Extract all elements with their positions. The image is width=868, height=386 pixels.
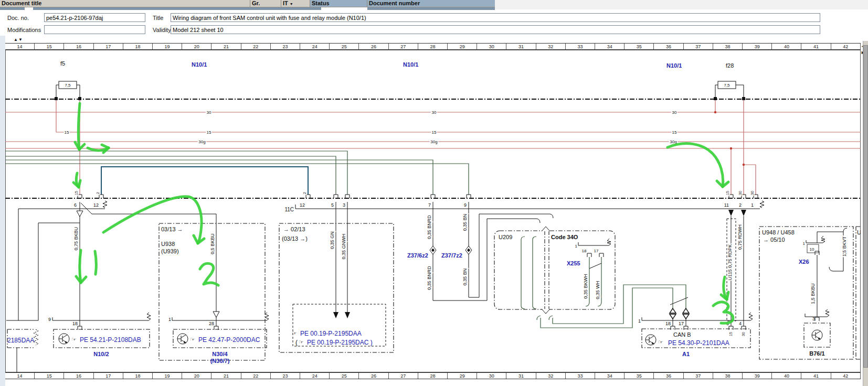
- node-b76-1: B76/1: [809, 350, 824, 357]
- svg-text:Code 34O: Code 34O: [551, 234, 578, 240]
- svg-text:30g: 30g: [430, 140, 437, 144]
- ruler-cell: 40: [772, 44, 801, 49]
- component-n10-2: 9 18 ☞ PE 54.21-P-2108DAB N10/2: [48, 313, 151, 357]
- wire-label-gn: 0,35 GN: [330, 231, 335, 249]
- ref-2185daa: 2185DAA: [7, 337, 34, 344]
- ruler-cell: 14: [5, 44, 35, 49]
- svg-text:3: 3: [812, 316, 815, 321]
- ruler-cell: 32: [536, 373, 566, 379]
- annotation-digit-1: [95, 251, 96, 274]
- svg-text:U209: U209: [499, 234, 512, 240]
- fuse-f28: 7,5 f28: [714, 62, 745, 100]
- ruler-cell: 23: [271, 44, 300, 49]
- svg-text:0,35 BN: 0,35 BN: [462, 269, 468, 286]
- ruler-cell: 42: [831, 44, 861, 49]
- col-it[interactable]: IT ▼: [281, 0, 310, 7]
- svg-text:28: 28: [209, 321, 214, 326]
- document-form: Doc. no. Title Modifications Validity: [0, 10, 868, 36]
- svg-text:0,35 BKWH: 0,35 BKWH: [583, 274, 588, 298]
- u115-wires: U115 0,75 RDPK 0,75 RDWH: [727, 210, 746, 326]
- col-gr[interactable]: Gr.: [250, 0, 281, 7]
- ruler-cell: 22: [241, 44, 271, 49]
- svg-text:11: 11: [724, 202, 729, 208]
- svg-text:15: 15: [729, 332, 733, 336]
- vertical-scrollbar[interactable]: [863, 41, 868, 386]
- svg-text:30: 30: [672, 110, 677, 115]
- ruler-cell: 17: [94, 373, 123, 379]
- component-u948: U948 / U458 → 05/10 1 10 X26 1,5 BKVT 1,…: [759, 227, 853, 359]
- ruler-cell: 26: [359, 373, 388, 379]
- title-input[interactable]: [171, 13, 820, 22]
- can-b-connector: 1 18 17 6 4 15 30 ☞ CAN B PE 54.30-P-210…: [638, 313, 753, 357]
- svg-text:U938: U938: [161, 241, 175, 247]
- svg-text:30: 30: [750, 191, 754, 195]
- ruler-cell: 15: [35, 44, 64, 49]
- ruler-cell: 21: [211, 44, 241, 49]
- svg-text:4: 4: [739, 321, 742, 326]
- chevron-down-icon: ▼: [290, 2, 293, 6]
- svg-text:30: 30: [207, 110, 211, 115]
- svg-text:12: 12: [93, 202, 99, 208]
- modifications-label: Modifications: [7, 27, 41, 33]
- wire-label-bkbu15: 1,5 BKBU: [810, 283, 816, 304]
- module-n10-1-label: N10/1: [666, 62, 682, 69]
- module-n10-1-label: N10/1: [403, 61, 418, 68]
- node-n10-2: N10/2: [93, 351, 109, 357]
- svg-text:5: 5: [331, 202, 334, 208]
- vertical-scrollbar-thumb[interactable]: [863, 45, 868, 368]
- connector-icon: [177, 334, 188, 344]
- wire-label-bkvt: 1,5 BKVT: [842, 236, 847, 256]
- svg-text:15: 15: [726, 191, 729, 195]
- connector-icon: [645, 335, 656, 345]
- doc-no-input[interactable]: [44, 13, 145, 22]
- annotations: [73, 103, 733, 323]
- col-document-number[interactable]: Document number: [367, 0, 495, 7]
- z37-wires: 0,35 BNRD 0,35 BNRD 0,35 BN 0,35 BN Z37/…: [407, 202, 553, 301]
- component-partial-right: U: [856, 227, 861, 359]
- bus-labels: 30 30 30 15 15 15 15 30g 30g 30g: [65, 110, 677, 144]
- fuse-f5-label: f5: [60, 60, 65, 67]
- wiring-diagram-viewer: Document title Gr. IT ▼ Status Document …: [0, 0, 868, 386]
- annotation-digit-2: [200, 263, 218, 285]
- svg-text:15: 15: [672, 130, 677, 135]
- svg-text:2: 2: [739, 202, 742, 208]
- svg-text:1: 1: [803, 241, 806, 246]
- col-document-title[interactable]: Document title: [0, 0, 250, 7]
- hand-icon: ☞: [658, 339, 663, 345]
- ruler-cell: 37: [684, 44, 713, 49]
- svg-text:30: 30: [738, 191, 742, 195]
- svg-text:0,35 WH: 0,35 WH: [595, 281, 600, 299]
- ruler-cell: 19: [153, 373, 182, 379]
- svg-text:1: 1: [168, 317, 171, 322]
- ruler-cell: 28: [418, 44, 448, 49]
- svg-text:18: 18: [665, 321, 671, 326]
- ruler-cell: 39: [743, 44, 772, 49]
- ruler-cell: 23: [271, 373, 300, 379]
- sheet-up-down-buttons[interactable]: ▲▼: [14, 37, 23, 42]
- svg-text:0,35 BNRD: 0,35 BNRD: [427, 215, 432, 239]
- ruler-cell: 40: [772, 373, 801, 379]
- ruler-cell: 24: [300, 373, 330, 379]
- svg-text:30g: 30g: [198, 140, 205, 144]
- svg-text:15: 15: [75, 191, 78, 195]
- window-left-edge: [0, 36, 5, 386]
- ruler-cell: 29: [448, 44, 477, 49]
- svg-text:2: 2: [303, 192, 306, 194]
- hand-icon: ☞: [299, 339, 304, 345]
- validity-input[interactable]: [171, 25, 820, 34]
- ruler-cell: 34: [595, 373, 624, 379]
- ref-2108dab: PE 54.21-P-2108DAB: [80, 336, 141, 344]
- header-spacer: [495, 0, 868, 9]
- svg-text:15: 15: [65, 130, 69, 135]
- ruler-cell: 26: [359, 44, 388, 49]
- annotation-arrow-f28: [668, 144, 723, 187]
- svg-text:17: 17: [679, 321, 684, 326]
- ruler-cell: 16: [64, 44, 93, 49]
- modifications-input[interactable]: [44, 25, 145, 34]
- ruler-cell: 33: [566, 44, 595, 49]
- col-status[interactable]: Status: [310, 0, 367, 7]
- hand-icon: ☞: [190, 336, 195, 342]
- svg-text:6: 6: [74, 202, 77, 208]
- ruler-cell: 18: [123, 44, 153, 49]
- ruler-top: 1415161718192021222324252627282930313233…: [5, 43, 861, 50]
